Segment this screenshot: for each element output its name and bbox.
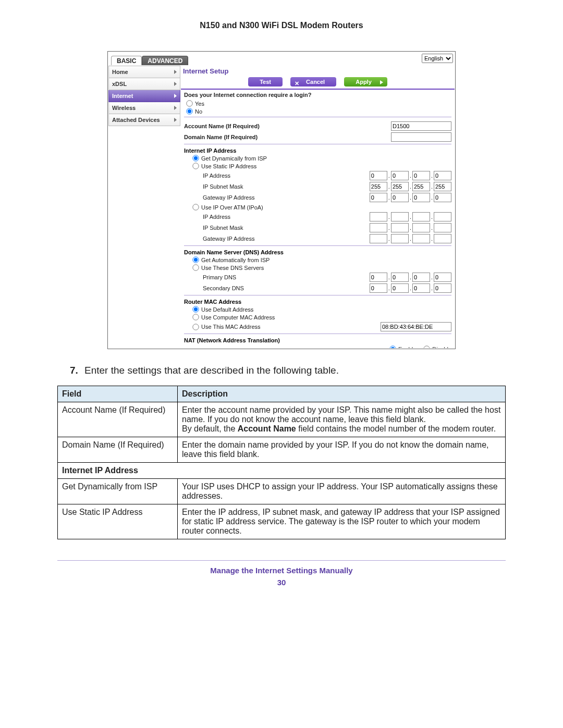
subnet-mask-input: ... [370, 182, 451, 191]
static-ip-input: ... [370, 171, 451, 180]
field-description-table: Field Description Account Name (If Requi… [57, 386, 506, 539]
ipoa-ip-address-label: IP Address [203, 214, 230, 220]
document-title: N150 and N300 WiFi DSL Modem Routers [57, 21, 506, 30]
chevron-right-icon [174, 94, 177, 98]
close-icon: ✕ [295, 79, 299, 88]
settings-scroll-area[interactable]: Account Name (If Required) Domain Name (… [181, 120, 455, 348]
internet-ip-heading: Internet IP Address [184, 147, 451, 154]
table-row: Get Dynamically from ISP Your ISP uses D… [58, 479, 506, 504]
table-row: Use Static IP Address Enter the IP addre… [58, 504, 506, 539]
table-section-row: Internet IP Address [58, 463, 506, 479]
test-button[interactable]: Test [248, 77, 283, 87]
tab-basic[interactable]: BASIC [111, 56, 142, 65]
chevron-right-icon [174, 82, 177, 86]
nat-disable-radio[interactable] [424, 346, 430, 348]
account-name-input[interactable] [391, 121, 451, 131]
cancel-button[interactable]: ✕Cancel [290, 77, 336, 87]
mac-this-radio[interactable] [192, 324, 199, 330]
chevron-right-icon [174, 106, 177, 110]
ip-address-label: IP Address [203, 172, 230, 179]
chevron-right-icon [380, 80, 383, 84]
col-field: Field [58, 386, 178, 402]
panel-title: Internet Setup [181, 66, 455, 77]
login-no-label: No [195, 108, 202, 115]
step-text: Enter the settings that are described in… [84, 365, 339, 376]
nav-attached-devices[interactable]: Attached Devices [108, 114, 180, 126]
secondary-dns-label: Secondary DNS [203, 285, 244, 291]
gateway-ip-input: ... [370, 193, 451, 202]
domain-name-label: Domain Name (If Required) [184, 134, 258, 140]
dns-heading: Domain Name Server (DNS) Address [184, 249, 451, 255]
footer-section-title: Manage the Internet Settings Manually [57, 566, 506, 575]
mac-address-input[interactable] [381, 322, 451, 331]
page-number: 30 [57, 578, 506, 587]
nav-internet[interactable]: Internet [108, 90, 180, 102]
subnet-mask-label: IP Subnet Mask [203, 183, 243, 190]
dns-auto-radio[interactable] [192, 256, 199, 263]
nat-enable-radio[interactable] [389, 346, 396, 348]
domain-name-input[interactable] [391, 132, 451, 142]
ip-dynamic-radio[interactable] [192, 155, 199, 161]
chevron-right-icon [174, 118, 177, 122]
primary-dns-label: Primary DNS [203, 274, 236, 280]
gateway-ip-label: Gateway IP Address [203, 194, 254, 201]
ipoa-ip-input: ... [370, 212, 451, 221]
ipoa-mask-input: ... [370, 223, 451, 232]
nat-heading: NAT (Network Address Translation) [184, 337, 451, 343]
account-name-label: Account Name (If Required) [184, 123, 260, 129]
login-yes-radio[interactable] [186, 100, 192, 106]
table-row: Domain Name (If Required) Enter the doma… [58, 437, 506, 463]
login-question: Does your Internet connection require a … [184, 92, 451, 98]
router-ui-screenshot: English BASIC ADVANCED Home xDSL Interne… [107, 51, 456, 349]
tab-advanced[interactable]: ADVANCED [142, 56, 188, 65]
ipoa-radio[interactable] [192, 204, 199, 210]
apply-button[interactable]: Apply [344, 77, 387, 87]
ipoa-subnet-mask-label: IP Subnet Mask [203, 225, 243, 231]
nav-xdsl[interactable]: xDSL [108, 78, 180, 90]
table-row: Account Name (If Required) Enter the acc… [58, 402, 506, 437]
nav-wireless[interactable]: Wireless [108, 102, 180, 114]
login-yes-label: Yes [195, 101, 204, 107]
language-select[interactable]: English [422, 54, 453, 63]
login-no-radio[interactable] [186, 108, 192, 114]
mac-default-radio[interactable] [192, 306, 199, 312]
secondary-dns-input: ... [370, 283, 451, 293]
ipoa-gateway-label: Gateway IP Address [203, 236, 254, 242]
ipoa-gateway-input: ... [370, 234, 451, 243]
step-number: 7. [70, 365, 84, 376]
mac-computer-radio[interactable] [192, 314, 199, 320]
ip-static-radio[interactable] [192, 163, 199, 169]
nav-home[interactable]: Home [108, 66, 180, 78]
mac-heading: Router MAC Address [184, 299, 451, 305]
col-description: Description [178, 386, 506, 402]
dns-manual-radio[interactable] [192, 264, 199, 270]
chevron-right-icon [174, 70, 177, 74]
primary-dns-input: ... [370, 273, 451, 282]
